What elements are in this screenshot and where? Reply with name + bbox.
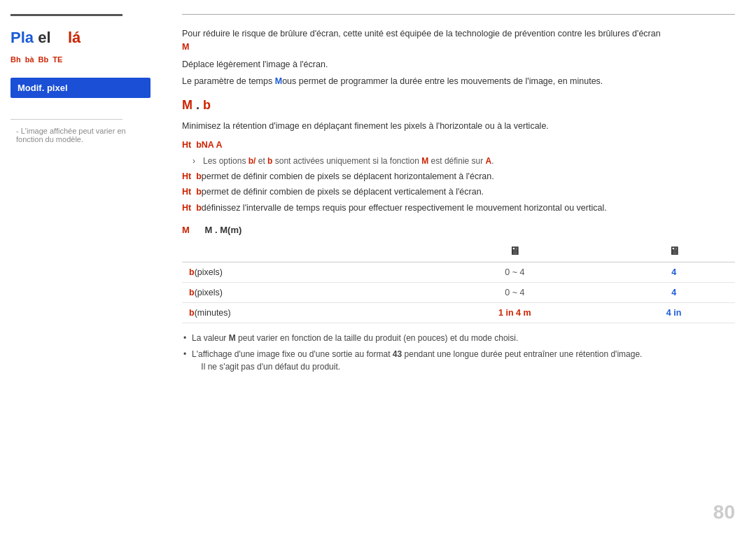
intro-icon: M (182, 42, 189, 52)
main-content: Pour réduire le risque de brûlure d'écra… (161, 0, 756, 534)
nav-label-3: Bb (38, 55, 49, 64)
row-default-t: 4 in (612, 302, 735, 323)
row-param-v: b(pixels) (182, 282, 416, 302)
ht-row-2: Ht bpermet de définir combien de pixels … (182, 170, 735, 183)
settings-section-title: M M . M(m) (182, 225, 735, 235)
nav-label-1: Bh (10, 55, 21, 64)
section1-desc: Minimisez la rétention d'image en déplaç… (182, 120, 735, 133)
row-range-v: 0 ~ 4 (416, 282, 612, 302)
top-divider (182, 14, 735, 15)
sub-bullet-1: Les options b/ et b sont activées unique… (182, 155, 735, 167)
sidebar-top-bar (10, 14, 122, 16)
ht-row-4: Ht bdéfinissez l'intervalle de temps req… (182, 202, 735, 215)
row-default-v: 4 (612, 282, 735, 302)
sidebar-image-note: L'image affichée peut varier en fonction… (10, 127, 150, 143)
title-part1: Pla (10, 29, 34, 46)
ht-row-1: Ht bNA A (182, 139, 735, 152)
table-row: b(minutes) 1 in 4 m 4 in (182, 302, 735, 323)
table-row: b(pixels) 0 ~ 4 4 (182, 282, 735, 302)
intro-bold: M (275, 76, 282, 86)
intro-line1: Pour réduire le risque de brûlure d'écra… (182, 27, 735, 54)
table-col-icon1: 🖥 (416, 241, 612, 262)
ht-row-3: Ht bpermet de définir combien de pixels … (182, 185, 735, 199)
footer-notes: La valeur M peut varier en fonction de l… (182, 332, 735, 373)
intro-line3: Le paramètre de temps Mous permet de pro… (182, 75, 735, 88)
row-range-h: 0 ~ 4 (416, 262, 612, 282)
section1-title: M . b (182, 98, 735, 113)
section1-title-part1: M (182, 98, 192, 112)
footer-note-2: L'affichage d'une image fixe ou d'une so… (182, 348, 735, 373)
row-param-h: b(pixels) (182, 262, 416, 282)
sidebar-title: Pla el lá (10, 29, 150, 47)
intro-line2: Déplace légèrement l'image à l'écran. (182, 58, 735, 71)
row-range-t: 1 in 4 m (416, 302, 612, 323)
footer-note-1: La valeur M peut varier en fonction de l… (182, 332, 735, 344)
sidebar-nav-labels: Bh bà Bb TE (10, 55, 150, 64)
section1-title-part3: b (203, 98, 211, 112)
table-col-param (182, 241, 416, 262)
table-col-icon2: 🖥 (612, 241, 735, 262)
sidebar-menu: Modif. pixel (10, 78, 150, 98)
title-part2: el (38, 29, 50, 46)
nav-label-2: bà (25, 55, 34, 64)
nav-label-4: TE (52, 55, 62, 64)
table-row: b(pixels) 0 ~ 4 4 (182, 262, 735, 282)
page-number: 80 (713, 501, 735, 524)
row-param-t: b(minutes) (182, 302, 416, 323)
sidebar-divider (10, 119, 122, 120)
settings-table: 🖥 🖥 b(pixels) 0 ~ 4 4 b(pixels) 0 ~ 4 4 … (182, 241, 735, 323)
title-part3: lá (68, 29, 80, 46)
sidebar: Pla el lá Bh bà Bb TE Modif. pixel L'ima… (0, 0, 161, 534)
row-default-h: 4 (612, 262, 735, 282)
sidebar-item-modif-pixel[interactable]: Modif. pixel (10, 78, 150, 98)
